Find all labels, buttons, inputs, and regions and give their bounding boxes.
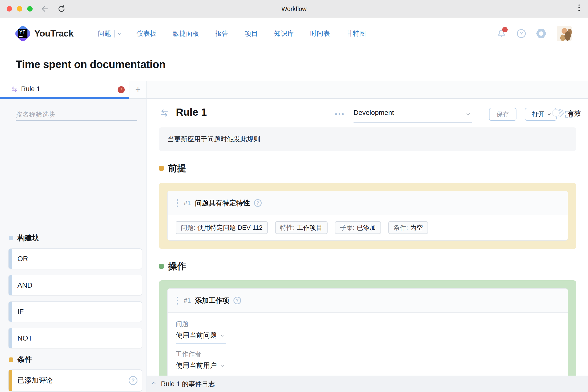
nav-item-timesheets[interactable]: 时间表 bbox=[310, 29, 330, 38]
nav-item-reports[interactable]: 报告 bbox=[215, 29, 228, 38]
block-header: #1 问题具有特定特性 ? bbox=[168, 191, 568, 215]
nav-item-issues[interactable]: 问题 bbox=[98, 29, 120, 38]
help-icon[interactable]: ? bbox=[254, 199, 262, 207]
youtrack-logo-icon[interactable]: YT bbox=[16, 26, 30, 41]
swap-arrows-icon bbox=[11, 86, 18, 93]
event-log-bar[interactable]: Rule 1 的事件日志 bbox=[147, 376, 588, 392]
block-header: #1 添加工作项 ? bbox=[168, 288, 568, 313]
section-conditions: 条件 bbox=[9, 354, 32, 364]
section-actions: 操作 bbox=[159, 260, 186, 272]
top-navigation: YT YouTrack 问题 仪表板 敏捷面板 报告 项目 知识库 时间表 甘特… bbox=[0, 18, 588, 49]
drag-handle-icon[interactable] bbox=[175, 198, 180, 208]
field-label-issue: 问题 bbox=[176, 320, 568, 328]
reload-icon[interactable] bbox=[58, 5, 66, 13]
block-if[interactable]: IF bbox=[8, 301, 142, 322]
field-select-issue[interactable]: 使用当前问题 bbox=[176, 331, 568, 340]
settings-hexagon-icon[interactable] bbox=[536, 29, 546, 38]
block-comment-added[interactable]: 已添加评论 ? bbox=[8, 370, 142, 392]
block-or[interactable]: OR bbox=[8, 248, 142, 269]
error-badge-icon: ! bbox=[118, 86, 125, 93]
block-search-input[interactable] bbox=[16, 108, 137, 121]
logo-monogram: YT bbox=[19, 30, 26, 35]
chevron-down-icon bbox=[221, 364, 224, 367]
divider bbox=[114, 30, 115, 38]
nav-item-projects[interactable]: 项目 bbox=[245, 29, 258, 38]
rule-options-icon[interactable] bbox=[534, 113, 542, 114]
workflow-title: Time spent on documentation bbox=[16, 58, 166, 70]
block-fields: 问题 使用当前问题 工作作者 使用当前用户 bbox=[168, 313, 568, 370]
section-bullet-icon bbox=[159, 166, 164, 171]
window-title: Workflow bbox=[0, 6, 588, 12]
section-prerequisites: 前提 bbox=[159, 162, 186, 174]
block-not[interactable]: NOT bbox=[8, 328, 142, 348]
browser-chrome: Workflow bbox=[0, 0, 588, 18]
section-bullet-icon bbox=[159, 264, 164, 269]
rule-status-label: 有效 bbox=[568, 109, 581, 118]
drag-handle-icon[interactable] bbox=[175, 295, 180, 306]
maximize-window-button[interactable] bbox=[27, 6, 32, 12]
project-select-value: Development bbox=[354, 109, 394, 116]
brand-name: YouTrack bbox=[34, 28, 74, 39]
trigger-description: 当更新应用于问题时触发此规则 bbox=[159, 128, 576, 151]
nav-menu: 问题 仪表板 敏捷面板 报告 项目 知识库 时间表 甘特图 bbox=[98, 29, 366, 38]
browser-menu-icon[interactable] bbox=[578, 4, 580, 11]
field-select-work-author[interactable]: 使用当前用户 bbox=[176, 361, 568, 370]
param-chip-issue[interactable]: 问题: 使用特定问题 DEV-112 bbox=[176, 221, 268, 234]
field-label-work-author: 工作作者 bbox=[176, 350, 568, 358]
workflow-options-icon[interactable] bbox=[335, 113, 344, 115]
param-chip-condition[interactable]: 条件: 为空 bbox=[388, 221, 428, 234]
project-select[interactable]: Development bbox=[354, 107, 472, 123]
back-icon[interactable] bbox=[41, 5, 49, 13]
notification-badge bbox=[502, 27, 508, 32]
tab-label: Rule 1 bbox=[21, 85, 40, 93]
window-controls bbox=[6, 6, 32, 12]
minimize-window-button[interactable] bbox=[17, 6, 22, 12]
user-avatar[interactable] bbox=[557, 26, 572, 41]
notifications-bell-icon[interactable] bbox=[496, 28, 507, 39]
add-rule-tab-button[interactable]: + bbox=[130, 81, 146, 98]
chevron-down-icon[interactable] bbox=[118, 31, 121, 35]
field-underline bbox=[176, 344, 226, 344]
blocks-sidebar: 构建块 OR AND IF NOT 条件 已添加评论 ? 已删除评论 ? 已添加… bbox=[0, 99, 147, 392]
prerequisite-block: #1 问题具有特定特性 ? 问题: 使用特定问题 DEV-112 特性: 工作项… bbox=[167, 191, 568, 240]
block-parameters: 问题: 使用特定问题 DEV-112 特性: 工作项目 子集: 已添加 条件: … bbox=[168, 215, 568, 234]
rule-tabs: Rule 1 ! + bbox=[0, 81, 588, 99]
chevron-down-icon bbox=[221, 334, 224, 337]
section-bullet-icon bbox=[9, 358, 13, 362]
tab-rule-1[interactable]: Rule 1 ! bbox=[0, 81, 129, 99]
chevron-up-icon[interactable] bbox=[152, 382, 156, 386]
chevron-down-icon bbox=[548, 112, 551, 116]
save-button[interactable]: 保存 bbox=[489, 108, 516, 121]
block-and[interactable]: AND bbox=[8, 275, 142, 296]
workflow-header: Time spent on documentation Development … bbox=[0, 49, 588, 81]
param-chip-subset[interactable]: 子集: 已添加 bbox=[335, 221, 381, 234]
help-icon[interactable]: ? bbox=[234, 297, 241, 304]
help-icon[interactable]: ? bbox=[128, 376, 138, 385]
nav-right-icons: ? bbox=[496, 18, 572, 49]
swap-arrows-icon bbox=[160, 108, 169, 118]
param-chip-property[interactable]: 特性: 工作项目 bbox=[275, 221, 328, 234]
nav-item-knowledge-base[interactable]: 知识库 bbox=[274, 29, 294, 38]
help-icon[interactable]: ? bbox=[517, 29, 526, 38]
event-log-label: Rule 1 的事件日志 bbox=[161, 380, 215, 388]
rule-active-toggle[interactable] bbox=[552, 109, 564, 117]
rule-name-heading: Rule 1 bbox=[176, 106, 207, 118]
chevron-down-icon bbox=[466, 112, 470, 116]
nav-item-dashboards[interactable]: 仪表板 bbox=[137, 29, 156, 38]
close-window-button[interactable] bbox=[6, 6, 12, 12]
nav-item-agile-boards[interactable]: 敏捷面板 bbox=[173, 29, 199, 38]
section-bullet-icon bbox=[9, 236, 13, 240]
section-building-blocks: 构建块 bbox=[9, 233, 40, 243]
nav-item-gantt-charts[interactable]: 甘特图 bbox=[346, 29, 366, 38]
